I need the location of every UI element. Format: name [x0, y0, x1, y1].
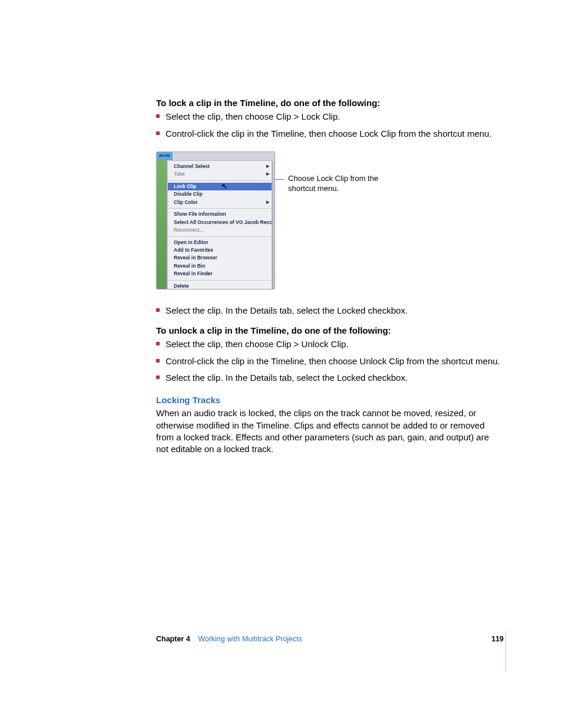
menu-item-reveal-in-bin[interactable]: Reveal in Bin — [168, 262, 272, 270]
menu-item-show-file-information[interactable]: Show File Information — [168, 210, 272, 218]
footer-page-number: 119 — [491, 634, 504, 644]
menu-item-delete[interactable]: Delete — [168, 282, 272, 289]
menu-item-lock-clip[interactable]: Lock Clip — [168, 183, 272, 190]
menu-item-label: Disable Clip — [174, 191, 203, 197]
chevron-right-icon: ▶ — [266, 171, 269, 176]
menu-item-label: Take — [174, 171, 185, 177]
menu-item-select-all-occurrences[interactable]: Select All Occurrences of VO Jacob Recor… — [168, 219, 272, 226]
figure-callout: Choose Lock Clip from the shortcut menu. — [288, 174, 388, 194]
menu-item-label: Reveal in Bin — [174, 263, 205, 269]
footer-chapter: Chapter 4 — [156, 635, 190, 643]
menu-item-label: Reveal in Finder — [174, 271, 213, 276]
menu-item-disable-clip[interactable]: Disable Clip — [168, 190, 272, 198]
menu-item-label: Reveal in Browser — [174, 255, 217, 261]
heading-unlock-clip: To unlock a clip in the Timeline, do one… — [156, 325, 504, 337]
list-item: Control-click the clip in the Timeline, … — [156, 128, 504, 140]
menu-item-channel-select[interactable]: Channel Select▶ — [168, 163, 272, 170]
chevron-right-icon: ▶ — [266, 163, 269, 169]
menu-item-open-in-editor[interactable]: Open in Editor — [168, 239, 272, 246]
menu-item-label: Delete — [174, 283, 189, 289]
body-locking-tracks: When an audio track is locked, the clips… — [156, 407, 504, 455]
heading-lock-clip: To lock a clip in the Timeline, do one o… — [156, 97, 504, 109]
list-item: Select the clip. In the Details tab, sel… — [156, 372, 504, 384]
list-item: Select the clip, then choose Clip > Lock… — [156, 111, 504, 123]
menu-item-label: Channel Select — [174, 163, 210, 169]
menu-item-label: Clip Color — [174, 199, 198, 205]
list-item: Control-click the clip in the Timeline, … — [156, 355, 504, 367]
menu-item-reveal-in-finder[interactable]: Reveal in Finder — [168, 270, 272, 278]
menu-item-label: Add to Favorites — [174, 247, 213, 253]
menu-item-reconnect: Reconnect... — [168, 226, 272, 234]
menu-item-label: Select All Occurrences of VO Jacob Recor… — [174, 219, 272, 225]
list-item: Select the clip. In the Details tab, sel… — [156, 305, 504, 317]
menu-item-label: Lock Clip — [174, 183, 196, 189]
lock-steps-list: Select the clip, then choose Clip > Lock… — [156, 111, 504, 140]
page-footer: Chapter 4 Working with Multitrack Projec… — [156, 634, 504, 644]
footer-title: Working with Multitrack Projects — [198, 635, 302, 643]
menu-item-reveal-in-browser[interactable]: Reveal in Browser — [168, 254, 272, 262]
page-rule — [505, 631, 506, 672]
callout-leader — [275, 179, 284, 180]
figure-context-menu: acob Channel Select▶ Take▶ Lock Clip Dis… — [156, 151, 504, 293]
subhead-locking-tracks: Locking Tracks — [156, 394, 504, 406]
menu-item-clip-color[interactable]: Clip Color▶ — [168, 199, 272, 206]
unlock-steps-list: Select the clip, then choose Clip > Unlo… — [156, 338, 504, 384]
menu-item-label: Show File Information — [174, 211, 226, 217]
menu-item-take: Take▶ — [168, 170, 272, 178]
screenshot: acob Channel Select▶ Take▶ Lock Clip Dis… — [156, 151, 275, 289]
track-sidebar — [157, 159, 167, 289]
chevron-right-icon: ▶ — [266, 199, 269, 205]
context-menu: Channel Select▶ Take▶ Lock Clip Disable … — [167, 160, 272, 289]
list-item: Select the clip, then choose Clip > Unlo… — [156, 338, 504, 350]
menu-item-add-to-favorites[interactable]: Add to Favorites — [168, 246, 272, 254]
lock-steps-list-continued: Select the clip. In the Details tab, sel… — [156, 305, 504, 317]
menu-item-label: Reconnect... — [174, 227, 204, 233]
menu-item-label: Open in Editor — [174, 239, 209, 245]
